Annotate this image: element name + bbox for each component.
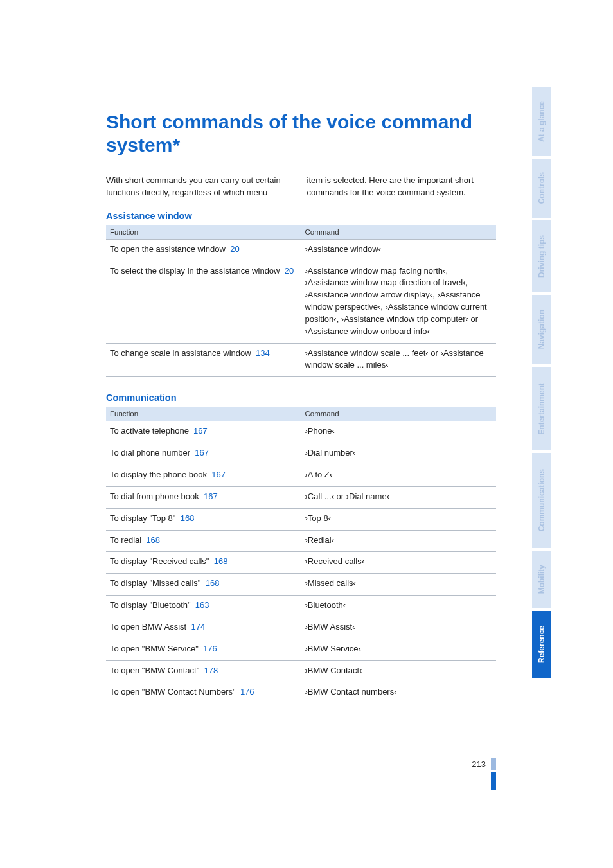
cmd-text: ›Bluetooth‹ [301, 596, 497, 617]
table-row: To display "Received calls" 168›Received… [106, 552, 496, 574]
page-ref[interactable]: 176 [240, 687, 254, 696]
cmd-text: ›BMW Assist‹ [301, 617, 497, 639]
col-command: Command [301, 225, 497, 240]
intro-right: item is selected. Here are the important… [307, 175, 497, 199]
side-tab-label: Driving tips [537, 235, 546, 278]
cmd-text: ›A to Z‹ [301, 465, 497, 486]
intro-text: With short commands you can carry out ce… [106, 175, 496, 199]
section-heading-assistance: Assistance window [106, 211, 496, 221]
fn-text: To open the assistance window [110, 244, 226, 254]
cmd-text: ›Missed calls‹ [301, 574, 497, 596]
section-heading-communication: Communication [106, 393, 496, 403]
table-row: To open "BMW Contact" 178›BMW Contact‹ [106, 660, 496, 682]
fn-text: To redial [110, 535, 141, 545]
page-number-wrap: 213 [106, 758, 496, 770]
page-ref[interactable]: 168 [181, 513, 195, 523]
table-row: To open "BMW Contact Numbers" 176›BMW Co… [106, 682, 496, 704]
side-tab-label: Entertainment [537, 383, 546, 435]
cmd-text: ›Dial number‹ [301, 443, 497, 465]
fn-text: To dial phone number [110, 448, 190, 457]
page-marker-icon [491, 758, 496, 770]
side-tab-communications[interactable]: Communications [532, 453, 551, 548]
page-ref[interactable]: 134 [256, 348, 270, 358]
fn-text: To display "Received calls" [110, 556, 209, 566]
fn-text: To display "Top 8" [110, 513, 175, 523]
fn-text: To dial from phone book [110, 492, 199, 501]
cmd-text: ›Top 8‹ [301, 508, 497, 530]
cmd-text: ›Phone‹ [301, 421, 497, 443]
table-row: To open the assistance window 20 ›Assist… [106, 239, 496, 261]
page-ref[interactable]: 20 [285, 266, 294, 276]
side-tab-at-a-glance[interactable]: At a glance [532, 87, 551, 156]
side-tab-label: Navigation [537, 310, 546, 349]
fn-text: To activate telephone [110, 426, 189, 436]
side-tab-reference[interactable]: Reference [532, 611, 551, 678]
cmd-text: ›Call ...‹ or ›Dial name‹ [301, 486, 497, 508]
cmd-text: ›BMW Service‹ [301, 639, 497, 660]
page-ref[interactable]: 174 [191, 622, 205, 632]
page-ref[interactable]: 167 [193, 426, 208, 436]
table-row: To open BMW Assist 174›BMW Assist‹ [106, 617, 496, 639]
side-tab-driving-tips[interactable]: Driving tips [532, 220, 551, 292]
table-row: To redial 168›Redial‹ [106, 530, 496, 552]
fn-text: To display the phone book [110, 470, 207, 479]
fn-text: To open "BMW Contact Numbers" [110, 687, 236, 696]
page-ref[interactable]: 167 [211, 470, 226, 479]
side-tab-entertainment[interactable]: Entertainment [532, 367, 551, 450]
table-row: To display the phone book 167›A to Z‹ [106, 465, 496, 486]
col-function: Function [106, 225, 301, 240]
page-ref[interactable]: 168 [206, 578, 220, 588]
fn-text: To display "Bluetooth" [110, 600, 191, 610]
cmd-text: ›Assistance window map facing north‹, ›A… [301, 261, 497, 343]
table-row: To select the display in the assistance … [106, 261, 496, 343]
side-tab-label: Mobility [537, 565, 546, 594]
side-tab-controls[interactable]: Controls [532, 159, 551, 218]
page-ref[interactable]: 163 [195, 600, 209, 610]
cmd-text: ›BMW Contact‹ [301, 660, 497, 682]
side-tab-mobility[interactable]: Mobility [532, 551, 551, 608]
intro-left: With short commands you can carry out ce… [106, 175, 296, 199]
page-ref[interactable]: 168 [146, 535, 160, 545]
col-function: Function [106, 407, 301, 421]
side-tab-navigation[interactable]: Navigation [532, 295, 551, 364]
side-tab-label: At a glance [537, 101, 546, 142]
table-assistance: Function Command To open the assistance … [106, 225, 496, 378]
table-row: To display "Top 8" 168›Top 8‹ [106, 508, 496, 530]
table-row: To open "BMW Service" 176›BMW Service‹ [106, 639, 496, 660]
table-row: To dial phone number 167›Dial number‹ [106, 443, 496, 465]
side-tabs: At a glanceControlsDriving tipsNavigatio… [532, 87, 551, 680]
side-tab-label: Communications [537, 469, 546, 531]
page-ref[interactable]: 176 [203, 644, 217, 653]
col-command: Command [301, 407, 497, 421]
page-title: Short commands of the voice command syst… [106, 111, 496, 157]
table-communication: Function Command To activate telephone 1… [106, 407, 496, 704]
page-ref[interactable]: 167 [195, 448, 209, 457]
page-number: 213 [472, 759, 491, 769]
table-row: To dial from phone book 167›Call ...‹ or… [106, 486, 496, 508]
side-tab-label: Controls [537, 172, 546, 204]
table-row: To change scale in assistance window 134… [106, 343, 496, 377]
cmd-text: ›BMW Contact numbers‹ [301, 682, 497, 704]
table-row: To activate telephone 167›Phone‹ [106, 421, 496, 443]
side-tab-label: Reference [537, 626, 546, 663]
page-ref[interactable]: 178 [204, 666, 218, 675]
fn-text: To open "BMW Contact" [110, 666, 199, 675]
fn-text: To change scale in assistance window [110, 348, 251, 358]
fn-text: To open BMW Assist [110, 622, 186, 632]
cmd-text: ›Redial‹ [301, 530, 497, 552]
fn-text: To open "BMW Service" [110, 644, 199, 653]
table-row: To display "Missed calls" 168›Missed cal… [106, 574, 496, 596]
page-ref[interactable]: 168 [214, 556, 228, 566]
fn-text: To display "Missed calls" [110, 578, 200, 588]
table-header: Function Command [106, 225, 496, 240]
table-header: Function Command [106, 407, 496, 421]
cmd-text: ›Assistance window‹ [301, 239, 497, 261]
page-ref[interactable]: 20 [230, 244, 239, 254]
cmd-text: ›Assistance window scale ... feet‹ or ›A… [301, 343, 497, 377]
cmd-text: ›Received calls‹ [301, 552, 497, 574]
page-ref[interactable]: 167 [204, 492, 218, 501]
table-row: To display "Bluetooth" 163›Bluetooth‹ [106, 596, 496, 617]
fn-text: To select the display in the assistance … [110, 266, 280, 276]
page-marker-icon [491, 772, 496, 790]
